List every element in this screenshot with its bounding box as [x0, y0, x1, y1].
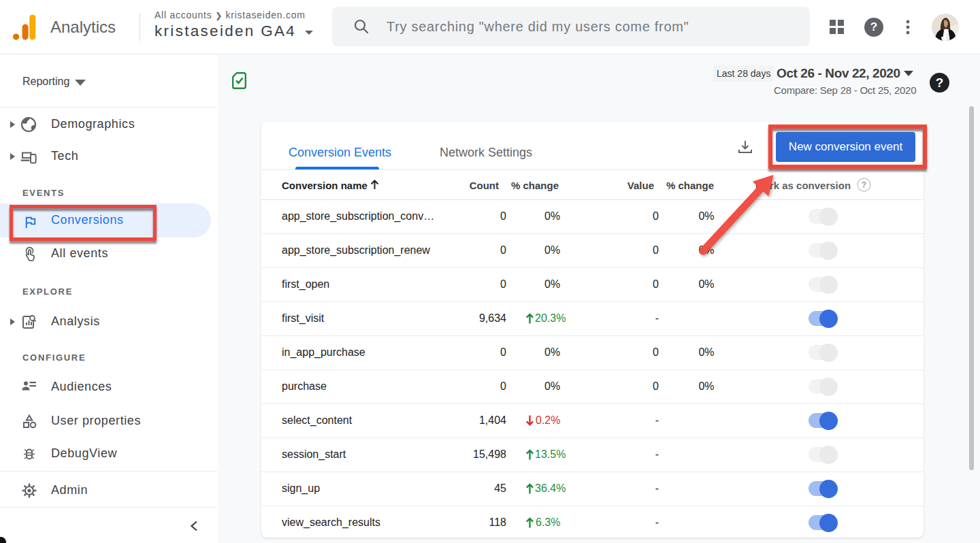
svg-text:?: ?: [862, 180, 866, 190]
